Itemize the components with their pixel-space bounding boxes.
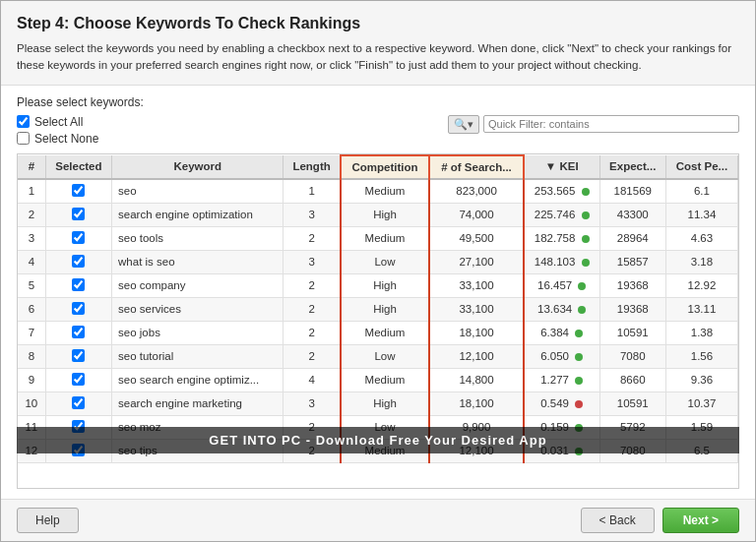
cell-kei: 1.277 <box>524 368 599 391</box>
table-row: 3 seo tools 2 Medium 49,500 182.758 2896… <box>18 226 738 250</box>
checkbox-group: Select All Select None <box>17 115 98 146</box>
back-button[interactable]: < Back <box>581 508 655 533</box>
row-checkbox[interactable] <box>72 278 85 291</box>
row-checkbox[interactable] <box>72 184 85 197</box>
cell-expect: 43300 <box>599 203 665 226</box>
cell-competition: Low <box>341 250 430 273</box>
cell-keyword: seo <box>112 179 284 204</box>
cell-num: 7 <box>18 321 45 344</box>
cell-selected[interactable] <box>45 250 111 273</box>
col-header-selected[interactable]: Selected <box>45 155 111 179</box>
cell-competition: Medium <box>341 368 430 391</box>
row-checkbox[interactable] <box>72 231 85 244</box>
cell-cost: 1.56 <box>665 344 737 368</box>
cell-num: 8 <box>18 344 45 368</box>
help-button[interactable]: Help <box>17 508 79 533</box>
cell-cost: 1.38 <box>665 321 737 344</box>
cell-expect: 10591 <box>599 391 665 415</box>
table-row: 6 seo services 2 High 33,100 13.634 1936… <box>18 297 738 321</box>
cell-length: 2 <box>284 297 341 321</box>
cell-length: 3 <box>284 391 341 415</box>
kei-dot-green <box>578 306 586 314</box>
cell-searches: 49,500 <box>429 226 524 250</box>
cell-selected[interactable] <box>45 391 111 415</box>
col-header-keyword[interactable]: Keyword <box>112 155 284 179</box>
col-header-cost[interactable]: Cost Pe... <box>665 155 737 179</box>
table-row: 2 search engine optimization 3 High 74,0… <box>18 203 738 226</box>
col-header-searches[interactable]: # of Search... <box>429 155 524 179</box>
cell-cost: 4.63 <box>665 226 737 250</box>
cell-selected[interactable] <box>45 321 111 344</box>
row-checkbox[interactable] <box>72 302 85 315</box>
row-checkbox[interactable] <box>72 208 85 220</box>
select-keywords-label: Please select keywords: <box>17 95 739 109</box>
cell-num: 5 <box>18 273 45 297</box>
cell-keyword: seo company <box>112 273 284 297</box>
row-checkbox[interactable] <box>72 255 85 268</box>
cell-length: 2 <box>284 226 341 250</box>
row-checkbox[interactable] <box>72 396 85 409</box>
cell-keyword: seo search engine optimiz... <box>112 368 284 391</box>
cell-keyword: seo tutorial <box>112 344 284 368</box>
cell-competition: High <box>341 391 430 415</box>
cell-selected[interactable] <box>45 273 111 297</box>
filter-search-button[interactable]: 🔍▾ <box>448 115 479 134</box>
cell-kei: 0.549 <box>524 391 599 415</box>
cell-selected[interactable] <box>45 179 111 204</box>
select-all-label: Select All <box>34 115 83 129</box>
keywords-table: # Selected Keyword Length Competition # … <box>18 154 738 463</box>
cell-num: 9 <box>18 368 45 391</box>
cell-length: 2 <box>284 344 341 368</box>
cell-selected[interactable] <box>45 203 111 226</box>
cell-cost: 13.11 <box>665 297 737 321</box>
cell-competition: High <box>341 273 430 297</box>
cell-selected[interactable] <box>45 344 111 368</box>
col-header-competition[interactable]: Competition <box>341 155 430 179</box>
filter-input[interactable] <box>488 118 705 130</box>
kei-dot-red <box>575 400 583 408</box>
table-row: 8 seo tutorial 2 Low 12,100 6.050 7080 1… <box>18 344 738 368</box>
select-all-checkbox[interactable]: Select All <box>17 115 98 129</box>
kei-dot-green <box>578 282 586 290</box>
filter-search-box <box>483 115 739 133</box>
cell-selected[interactable] <box>45 226 111 250</box>
cell-kei: 13.634 <box>524 297 599 321</box>
cell-selected[interactable] <box>45 368 111 391</box>
cell-keyword: seo tools <box>112 226 284 250</box>
col-header-expect[interactable]: Expect... <box>599 155 665 179</box>
watermark-overlay: GET INTO PC - Download Free Your Desired… <box>17 427 739 453</box>
kei-dot-green <box>582 188 590 196</box>
cell-cost: 10.37 <box>665 391 737 415</box>
kei-dot-green <box>582 235 590 243</box>
col-header-length[interactable]: Length <box>284 155 341 179</box>
table-row: 1 seo 1 Medium 823,000 253.565 181569 6.… <box>18 179 738 204</box>
select-all-input[interactable] <box>17 115 30 128</box>
cell-length: 1 <box>284 179 341 204</box>
cell-length: 3 <box>284 203 341 226</box>
page-title: Step 4: Choose Keywords To Check Ranking… <box>17 15 739 32</box>
kei-dot-green <box>575 377 583 385</box>
cell-kei: 225.746 <box>524 203 599 226</box>
next-button[interactable]: Next > <box>662 508 739 533</box>
cell-competition: Medium <box>341 179 430 204</box>
cell-num: 6 <box>18 297 45 321</box>
select-none-checkbox[interactable]: Select None <box>17 132 98 146</box>
cell-keyword: seo services <box>112 297 284 321</box>
cell-searches: 27,100 <box>429 250 524 273</box>
footer: Help < Back Next > <box>1 499 755 541</box>
cell-kei: 253.565 <box>524 179 599 204</box>
select-none-input[interactable] <box>17 132 30 145</box>
filter-row: 🔍▾ <box>448 115 739 134</box>
cell-selected[interactable] <box>45 297 111 321</box>
cell-cost: 6.1 <box>665 179 737 204</box>
row-checkbox[interactable] <box>72 326 85 338</box>
cell-keyword: seo jobs <box>112 321 284 344</box>
col-header-kei[interactable]: ▼ KEI <box>524 155 599 179</box>
row-checkbox[interactable] <box>72 349 85 362</box>
table-row: 5 seo company 2 High 33,100 16.457 19368… <box>18 273 738 297</box>
cell-cost: 3.18 <box>665 250 737 273</box>
row-checkbox[interactable] <box>72 373 85 386</box>
table-row: 4 what is seo 3 Low 27,100 148.103 15857… <box>18 250 738 273</box>
cell-expect: 15857 <box>599 250 665 273</box>
col-header-num[interactable]: # <box>18 155 45 179</box>
